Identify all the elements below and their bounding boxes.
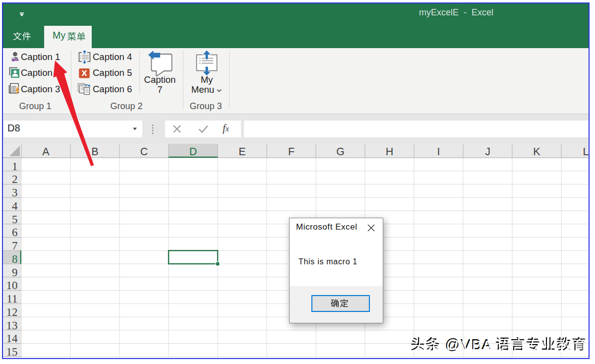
svg-text:@VBA: @VBA bbox=[446, 337, 493, 354]
